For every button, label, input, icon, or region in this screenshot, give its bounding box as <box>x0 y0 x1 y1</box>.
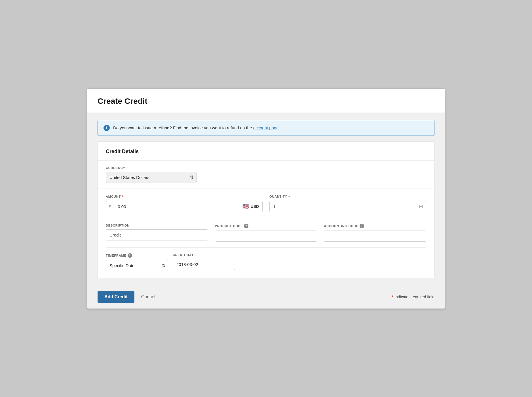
quantity-label: QUANTITY * <box>269 195 426 199</box>
page-title: Create Credit <box>98 97 434 106</box>
credit-date-input[interactable] <box>173 259 235 270</box>
timeframe-select-wrapper: Specific Date Month Year ⇅ <box>106 260 168 271</box>
timeframe-section: TIMEFRAME ? Specific Date Month Year ⇅ <box>106 253 426 271</box>
currency-badge: 🇺🇸 USD <box>239 203 262 210</box>
currency-select[interactable]: United States Dollars Euro British Pound… <box>106 172 197 183</box>
accounting-code-field-group: ACCOUNTING CODE ? <box>324 224 426 242</box>
amount-prefix: $ <box>106 204 114 209</box>
amount-required-star: * <box>122 195 124 199</box>
product-code-help-icon[interactable]: ? <box>244 224 248 228</box>
currency-section: CURRENCY United States Dollars Euro Brit… <box>106 166 426 183</box>
account-page-link[interactable]: account page <box>253 125 279 130</box>
quantity-stepper-icon: ⊞ <box>416 203 426 210</box>
amount-label: AMOUNT * <box>106 195 263 199</box>
add-credit-button[interactable]: Add Credit <box>98 291 134 303</box>
quantity-field-group: QUANTITY * ⊞ <box>269 195 426 212</box>
description-field-group: DESCRIPTION <box>106 224 208 242</box>
card-title: Credit Details <box>106 149 426 155</box>
flag-icon: 🇺🇸 <box>242 203 249 210</box>
accounting-code-input[interactable] <box>324 231 426 242</box>
credit-date-field-group: CREDIT DATE <box>173 253 235 270</box>
info-icon: i <box>104 125 110 131</box>
product-code-label: PRODUCT CODE ? <box>215 224 317 228</box>
amount-field-group: AMOUNT * $ 🇺🇸 USD <box>106 195 263 212</box>
card-divider <box>98 160 434 161</box>
quantity-input[interactable] <box>270 201 416 212</box>
timeframe-label: TIMEFRAME ? <box>106 253 168 258</box>
cancel-button[interactable]: Cancel <box>139 291 158 303</box>
amount-quantity-row: AMOUNT * $ 🇺🇸 USD QUANTITY <box>106 195 426 218</box>
currency-select-wrapper: United States Dollars Euro British Pound… <box>106 172 197 183</box>
info-banner-text: Do you want to issue a refund? Find the … <box>113 125 280 130</box>
currency-label: CURRENCY <box>106 166 426 170</box>
amount-input-wrapper: $ 🇺🇸 USD <box>106 201 263 212</box>
description-label: DESCRIPTION <box>106 224 208 227</box>
quantity-required-star: * <box>288 195 290 199</box>
timeframe-help-icon[interactable]: ? <box>128 253 132 258</box>
desc-product-accounting-row: DESCRIPTION PRODUCT CODE ? ACCOUNTING CO… <box>106 224 426 248</box>
credit-details-card: Credit Details CURRENCY United States Do… <box>98 142 434 278</box>
product-code-field-group: PRODUCT CODE ? <box>215 224 317 242</box>
amount-input[interactable] <box>114 201 239 212</box>
product-code-input[interactable] <box>215 231 317 242</box>
timeframe-select[interactable]: Specific Date Month Year <box>106 260 168 271</box>
modal-footer: Add Credit Cancel * Indicates required f… <box>87 285 445 309</box>
credit-date-label: CREDIT DATE <box>173 253 235 257</box>
quantity-input-wrapper: ⊞ <box>269 201 426 212</box>
info-banner: i Do you want to issue a refund? Find th… <box>98 120 434 136</box>
create-credit-modal: Create Credit i Do you want to issue a r… <box>87 89 445 309</box>
description-input[interactable] <box>106 229 208 240</box>
timeframe-field-group: TIMEFRAME ? Specific Date Month Year ⇅ <box>106 253 168 271</box>
modal-body: i Do you want to issue a refund? Find th… <box>87 113 445 285</box>
divider-1 <box>98 189 434 189</box>
accounting-code-label: ACCOUNTING CODE ? <box>324 224 426 228</box>
required-note: * Indicates required field <box>392 295 434 299</box>
accounting-code-help-icon[interactable]: ? <box>360 224 364 228</box>
modal-header: Create Credit <box>87 89 445 113</box>
